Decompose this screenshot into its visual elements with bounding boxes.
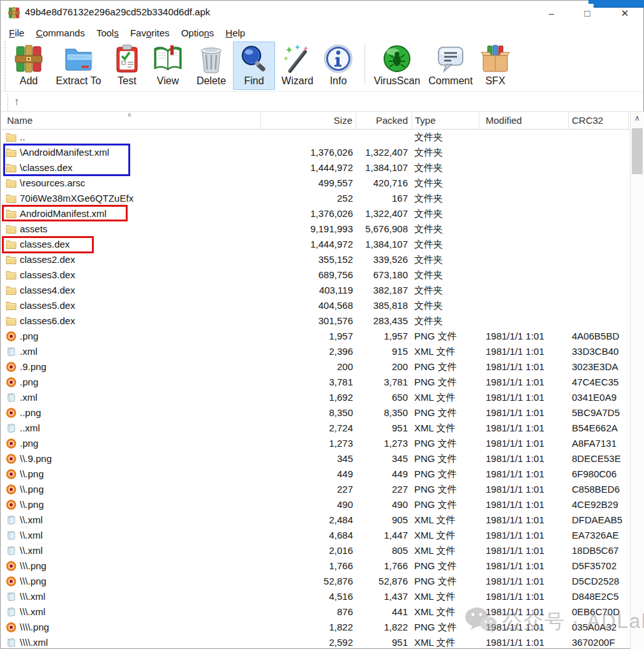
vertical-scrollbar[interactable]: ∧: [630, 112, 644, 649]
comment-button[interactable]: Comment: [424, 41, 477, 90]
file-size: 8,350: [261, 405, 353, 421]
file-modified: 1981/1/1 1:01: [486, 574, 544, 589]
file-modified: 1981/1/1 1:01: [486, 482, 544, 497]
file-type: XML 文件: [414, 421, 455, 436]
test-button[interactable]: Test: [108, 41, 146, 90]
virusscan-button[interactable]: VirusScan: [370, 41, 424, 90]
file-row[interactable]: .xml2,396915XML 文件1981/1/1 1:0133D3CB40: [1, 344, 629, 359]
file-type: PNG 文件: [414, 466, 457, 482]
file-row[interactable]: ..文件夹: [1, 130, 629, 145]
file-type: PNG 文件: [414, 482, 457, 497]
menu-file[interactable]: File: [3, 25, 30, 41]
file-row[interactable]: assets9,191,9935,676,908文件夹: [1, 221, 629, 237]
window-title: 49b4e8d76132e296a29cd52b3340d6df.apk: [25, 6, 210, 17]
file-row[interactable]: .png1,2731,273PNG 文件1981/1/1 1:01A8FA713…: [1, 436, 629, 451]
file-row[interactable]: \\.png227227PNG 文件1981/1/1 1:01C858BED6: [1, 482, 629, 497]
menu-favorites[interactable]: Favorites: [124, 25, 176, 41]
menu-commands[interactable]: Commands: [30, 25, 91, 41]
column-header-packed[interactable]: Packed: [356, 112, 412, 129]
file-row[interactable]: \\.9.png345345PNG 文件1981/1/1 1:018DECE53…: [1, 451, 629, 466]
file-row[interactable]: \\\.xml4,5161,437XML 文件1981/1/1 1:01D848…: [1, 589, 629, 604]
file-packed: 805: [356, 543, 408, 558]
extract-button[interactable]: Extract To: [49, 41, 108, 90]
file-row[interactable]: \\\\.png1,8221,822PNG 文件1981/1/1 1:01035…: [1, 620, 629, 635]
delete-button[interactable]: Delete: [190, 41, 233, 90]
test-icon: [112, 43, 142, 74]
file-packed: 1,957: [356, 329, 408, 344]
file-row[interactable]: \\.xml2,484905XML 文件1981/1/1 1:01DFDAEAB…: [1, 512, 629, 528]
file-name: \\.png: [20, 497, 44, 512]
file-modified: 1981/1/1 1:01: [486, 620, 544, 635]
file-row[interactable]: classes2.dex355,152339,526文件夹: [1, 252, 629, 267]
file-type: 文件夹: [414, 160, 443, 175]
file-type: PNG 文件: [414, 375, 457, 390]
up-one-level-button[interactable]: ↑: [7, 94, 25, 110]
file-row[interactable]: classes3.dex689,756673,180文件夹: [1, 267, 629, 283]
find-button[interactable]: Find: [233, 41, 275, 90]
file-name: ..: [20, 130, 25, 145]
column-header-type[interactable]: Type: [412, 112, 479, 129]
toolbar-button-label: Add: [20, 75, 38, 87]
add-button[interactable]: Add: [8, 41, 49, 90]
file-modified: 1981/1/1 1:01: [486, 390, 544, 405]
file-name: \\.xml: [20, 543, 43, 558]
minimize-button[interactable]: –: [537, 4, 566, 22]
sfx-button[interactable]: SFX: [477, 41, 513, 90]
menu-help[interactable]: Help: [220, 25, 251, 41]
toolbar-separator: [364, 44, 365, 85]
file-size: 1,444,972: [261, 237, 353, 252]
file-crc32: D848E2C5: [572, 589, 618, 604]
wizard-button[interactable]: Wizard: [275, 41, 320, 90]
column-header-size[interactable]: Size: [261, 112, 356, 129]
file-modified: 1981/1/1 1:01: [486, 512, 544, 528]
file-row[interactable]: \\.xml2,016805XML 文件1981/1/1 1:0118DB5C6…: [1, 543, 629, 558]
file-size: 252: [261, 191, 353, 206]
file-modified: 1981/1/1 1:01: [486, 497, 544, 512]
file-row[interactable]: .png1,9571,957PNG 文件1981/1/1 1:014A06B5B…: [1, 329, 629, 344]
file-row[interactable]: \resources.arsc499,557420,716文件夹: [1, 175, 629, 191]
file-type: 文件夹: [414, 313, 443, 329]
file-row[interactable]: \\.xml4,6841,447XML 文件1981/1/1 1:01EA732…: [1, 528, 629, 543]
file-row[interactable]: \classes.dex1,444,9721,384,107文件夹: [1, 160, 629, 175]
scrollbar-thumb[interactable]: [632, 128, 643, 174]
file-row[interactable]: classes5.dex404,568385,818文件夹: [1, 298, 629, 313]
file-size: 1,273: [261, 436, 353, 451]
file-row[interactable]: ..png8,3508,350PNG 文件1981/1/1 1:015BC9A7…: [1, 405, 629, 421]
file-packed: 227: [356, 482, 408, 497]
column-header-modified[interactable]: Modified: [479, 112, 569, 129]
file-row[interactable]: \\\.png52,87652,876PNG 文件1981/1/1 1:01D5…: [1, 574, 629, 589]
file-packed: 3,781: [356, 375, 408, 390]
file-row[interactable]: \\.png490490PNG 文件1981/1/1 1:014CE92B29: [1, 497, 629, 512]
file-row[interactable]: .png3,7813,781PNG 文件1981/1/1 1:0147C4EC3…: [1, 375, 629, 390]
file-row[interactable]: \\\\.xml2,592951XML 文件1981/1/1 1:0136702…: [1, 635, 629, 649]
file-name: .png: [20, 436, 38, 451]
file-crc32: 0341E0A9: [572, 390, 617, 405]
view-button[interactable]: View: [146, 41, 190, 90]
file-row[interactable]: 70i6We38mXGe6QTZuEfx252167文件夹: [1, 191, 629, 206]
file-type: PNG 文件: [414, 436, 457, 451]
column-header-crc32[interactable]: CRC32: [569, 112, 629, 129]
file-name: \\.xml: [20, 528, 43, 543]
file-row[interactable]: classes6.dex301,576283,435文件夹: [1, 313, 629, 329]
file-row[interactable]: classes.dex1,444,9721,384,107文件夹: [1, 237, 629, 252]
file-row[interactable]: \\.png449449PNG 文件1981/1/1 1:016F980C06: [1, 466, 629, 482]
file-row[interactable]: AndroidManifest.xml1,376,0261,322,407文件夹: [1, 206, 629, 221]
file-crc32: 0EB6C70D: [572, 604, 620, 620]
file-crc32: 3023E3DA: [572, 359, 618, 375]
menu-tools[interactable]: Tools: [91, 25, 124, 41]
scrollbar-up-arrow-icon[interactable]: ∧: [631, 112, 644, 126]
file-row[interactable]: \\\.png1,7661,766PNG 文件1981/1/1 1:01D5F3…: [1, 558, 629, 574]
file-size: [261, 130, 353, 145]
menu-options[interactable]: Options: [176, 25, 220, 41]
file-row[interactable]: ..xml2,724951XML 文件1981/1/1 1:01B54E662A: [1, 421, 629, 436]
file-row[interactable]: .xml1,692650XML 文件1981/1/1 1:010341E0A9: [1, 390, 629, 405]
info-button[interactable]: Info: [320, 41, 357, 90]
file-row[interactable]: \\\.xml876441XML 文件1981/1/1 1:010EB6C70D: [1, 604, 629, 620]
file-crc32: 5BC9A7D5: [572, 405, 620, 421]
file-row[interactable]: .9.png200200PNG 文件1981/1/1 1:013023E3DA: [1, 359, 629, 375]
file-packed: 1,322,407: [356, 145, 408, 160]
sort-ascending-icon: ∧: [127, 112, 131, 118]
file-row[interactable]: \AndroidManifest.xml1,376,0261,322,407文件…: [1, 145, 629, 160]
file-size: 1,376,026: [261, 206, 353, 221]
file-row[interactable]: classes4.dex403,119382,187文件夹: [1, 283, 629, 298]
